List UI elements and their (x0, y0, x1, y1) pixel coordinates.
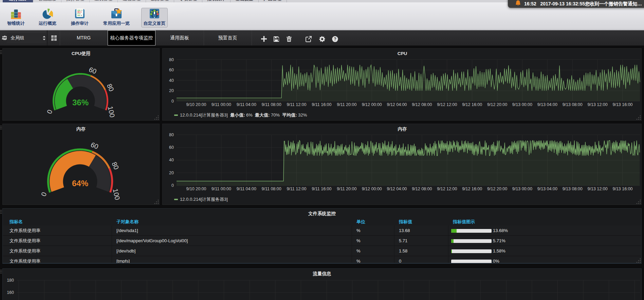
svg-text:?: ? (334, 37, 336, 41)
svg-text:80: 80 (110, 161, 120, 171)
svg-text:9/13 12:00: 9/13 12:00 (588, 187, 608, 191)
svg-text:40: 40 (169, 158, 174, 162)
svg-text:0: 0 (40, 191, 48, 197)
svg-text:9/11 12:00: 9/11 12:00 (287, 187, 306, 191)
svg-text:9/12 20:00: 9/12 20:00 (487, 187, 507, 191)
svg-text:40: 40 (169, 78, 174, 83)
svg-text:60: 60 (88, 66, 98, 75)
svg-text:9/11 08:00: 9/11 08:00 (262, 102, 281, 107)
svg-text:80: 80 (169, 57, 174, 62)
svg-text:9/12 08:00: 9/12 08:00 (412, 187, 432, 191)
svg-text:9/13 00:00: 9/13 00:00 (512, 187, 532, 191)
svg-text:60: 60 (90, 141, 99, 151)
svg-text:0: 0 (171, 183, 174, 188)
svg-text:100: 100 (107, 106, 116, 118)
svg-text:9/10 20:00: 9/10 20:00 (186, 102, 206, 107)
svg-text:9/11 20:00: 9/11 20:00 (337, 187, 356, 191)
svg-text:9/13 08:00: 9/13 08:00 (563, 102, 583, 107)
svg-text:9/11 00:00: 9/11 00:00 (211, 102, 231, 107)
svg-text:9/12 12:00: 9/12 12:00 (437, 102, 457, 107)
svg-text:36%: 36% (72, 98, 89, 107)
svg-text:内存: 内存 (398, 126, 407, 131)
svg-text:9/13 16:00: 9/13 16:00 (612, 102, 632, 107)
svg-text:9/12 12:00: 9/12 12:00 (437, 187, 457, 191)
svg-text:9/13 04:00: 9/13 04:00 (537, 187, 557, 191)
svg-text:9/11 12:00: 9/11 12:00 (287, 102, 306, 107)
svg-text:9/12 00:00: 9/12 00:00 (362, 102, 382, 107)
svg-text:160: 160 (7, 290, 14, 295)
svg-text:9/12 08:00: 9/12 08:00 (412, 102, 432, 107)
svg-text:9/13 12:00: 9/13 12:00 (588, 102, 608, 107)
svg-text:64%: 64% (72, 179, 88, 188)
svg-text:60: 60 (169, 68, 174, 72)
svg-text:9/12 16:00: 9/12 16:00 (462, 102, 482, 107)
svg-text:9/11 04:00: 9/11 04:00 (237, 102, 256, 107)
svg-text:80: 80 (169, 133, 174, 137)
svg-text:9/12 04:00: 9/12 04:00 (387, 187, 407, 191)
svg-text:9/11 04:00: 9/11 04:00 (237, 187, 256, 191)
svg-text:0: 0 (171, 99, 174, 104)
svg-text:9/13 04:00: 9/13 04:00 (537, 102, 557, 107)
svg-text:9/10 20:00: 9/10 20:00 (186, 187, 206, 191)
svg-text:9/11 08:00: 9/11 08:00 (262, 187, 281, 191)
svg-text:60: 60 (169, 145, 174, 150)
svg-text:9/12 04:00: 9/12 04:00 (387, 102, 407, 107)
svg-text:9/12 00:00: 9/12 00:00 (362, 187, 382, 191)
svg-text:9/11 20:00: 9/11 20:00 (337, 102, 356, 107)
svg-text:9/13 16:00: 9/13 16:00 (612, 187, 632, 191)
svg-text:80: 80 (106, 83, 115, 92)
svg-text:9/13 08:00: 9/13 08:00 (563, 187, 583, 191)
svg-text:0: 0 (45, 109, 54, 115)
svg-text:9/11 16:00: 9/11 16:00 (312, 102, 331, 107)
svg-text:100: 100 (112, 188, 121, 200)
svg-text:20: 20 (169, 171, 174, 175)
svg-text:20: 20 (169, 88, 174, 93)
svg-text:9/12 16:00: 9/12 16:00 (462, 187, 482, 191)
svg-text:9/11 16:00: 9/11 16:00 (312, 187, 331, 191)
svg-text:CPU: CPU (398, 51, 407, 56)
svg-text:9/13 00:00: 9/13 00:00 (512, 102, 532, 107)
svg-text:9/11 00:00: 9/11 00:00 (211, 187, 231, 191)
svg-text:180: 180 (7, 278, 14, 283)
svg-text:9/12 20:00: 9/12 20:00 (487, 102, 507, 107)
